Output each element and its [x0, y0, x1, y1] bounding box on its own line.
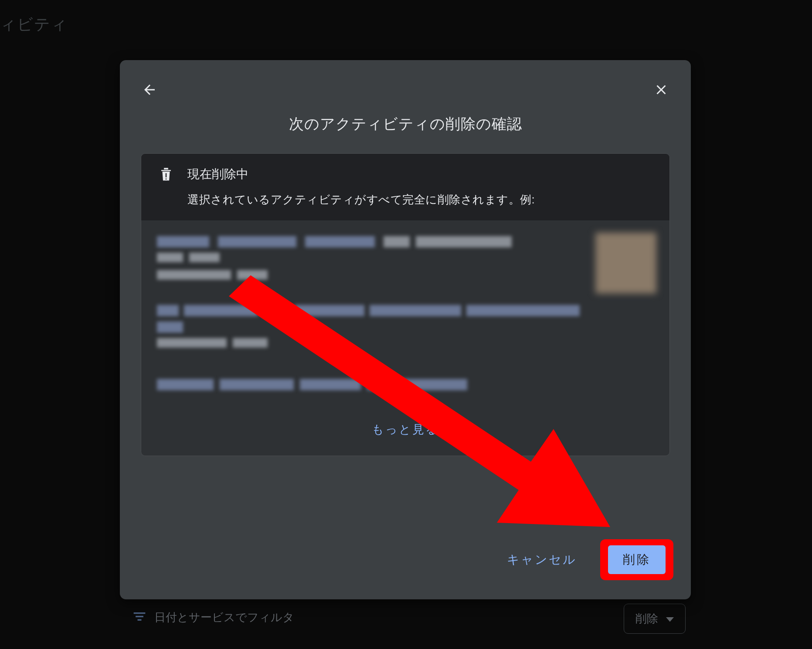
filter-icon — [133, 611, 146, 624]
delete-dropdown-chip[interactable]: 削除 — [624, 604, 686, 634]
svg-rect-3 — [166, 173, 166, 178]
arrow-left-icon — [142, 82, 157, 99]
activity-preview-item — [154, 297, 656, 371]
background-heading-fragment: ィビティ — [0, 14, 68, 35]
close-button[interactable] — [651, 80, 672, 101]
dialog-actions: キャンセル 削除 — [496, 539, 673, 580]
notice-card: 現在削除中 選択されているアクティビティがすべて完全に削除されます。例: — [141, 153, 670, 456]
activity-thumbnail — [595, 233, 656, 294]
page-root: ィビティ 日付とサービスでフィルタ 削除 次のアクティビティの削除の確認 — [0, 0, 812, 649]
notice-title: 現在削除中 — [187, 166, 535, 183]
svg-rect-4 — [166, 179, 166, 179]
activity-preview-item — [154, 228, 656, 297]
delete-button-highlight: 削除 — [600, 539, 673, 580]
back-button[interactable] — [139, 80, 160, 101]
trash-alert-icon — [160, 167, 173, 183]
cancel-button[interactable]: キャンセル — [496, 544, 587, 576]
notice-description: 選択されているアクティビティがすべて完全に削除されます。例: — [187, 192, 535, 207]
svg-rect-2 — [138, 619, 142, 621]
svg-rect-0 — [134, 612, 146, 614]
filter-bar[interactable]: 日付とサービスでフィルタ — [133, 610, 294, 625]
activity-preview-list: もっと見る — [141, 220, 669, 456]
confirm-delete-dialog: 次のアクティビティの削除の確認 現在削除中 選択されているアクティビティがすべて… — [120, 60, 691, 599]
more-link-row: もっと見る — [154, 410, 656, 452]
more-link[interactable]: もっと見る — [372, 423, 439, 436]
notice-text: 現在削除中 選択されているアクティビティがすべて完全に削除されます。例: — [187, 166, 535, 207]
dialog-title: 次のアクティビティの削除の確認 — [141, 114, 670, 134]
notice-header: 現在削除中 選択されているアクティビティがすべて完全に削除されます。例: — [141, 154, 669, 220]
dialog-header — [141, 78, 670, 104]
delete-button[interactable]: 削除 — [608, 545, 666, 574]
svg-rect-1 — [136, 616, 143, 617]
activity-preview-item — [154, 371, 656, 410]
chevron-down-icon — [666, 612, 674, 625]
filter-label: 日付とサービスでフィルタ — [154, 610, 294, 625]
close-icon — [653, 82, 669, 99]
delete-chip-label: 削除 — [635, 611, 658, 626]
